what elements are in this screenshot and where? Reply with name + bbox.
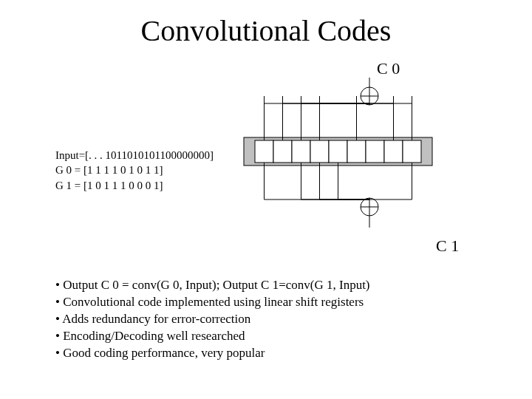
bullet-item: • Convolutional code implemented using l…: [55, 294, 370, 311]
bullet-item: • Adds redundancy for error-correction: [55, 311, 370, 328]
bullet-item: • Good coding performance, very popular: [55, 345, 370, 362]
tap-wire-c1: [320, 163, 370, 200]
register-cell: [403, 140, 421, 163]
register-cell: [329, 140, 347, 163]
encoder-diagram: [229, 74, 495, 229]
register-cell: [310, 140, 329, 163]
g1-polynomial: G 1 = [1 0 1 1 1 0 0 0 1]: [55, 178, 214, 193]
input-sequence: Input=[. . . 1011010101100000000]: [55, 148, 214, 163]
register-cell: [292, 140, 310, 163]
tap-wire-c1: [338, 163, 370, 200]
bullet-item: • Output C 0 = conv(G 0, Input); Output …: [55, 277, 370, 294]
generator-params: Input=[. . . 1011010101100000000] G 0 = …: [55, 148, 214, 193]
c1-output-label: C 1: [436, 236, 459, 256]
tap-wire-c1: [265, 163, 370, 200]
register-cell: [347, 140, 366, 163]
page-title: Convolutional Codes: [0, 13, 532, 48]
register-cell: [273, 140, 292, 163]
register-cell: [255, 140, 273, 163]
tap-wire-c1: [301, 163, 370, 200]
register-cell: [366, 140, 384, 163]
bullet-item: • Encoding/Decoding well researched: [55, 328, 370, 345]
register-cell: [384, 140, 403, 163]
bullet-list: • Output C 0 = conv(G 0, Input); Output …: [55, 277, 370, 362]
g0-polynomial: G 0 = [1 1 1 1 0 1 0 1 1]: [55, 163, 214, 177]
tap-wire-c1: [369, 163, 412, 200]
